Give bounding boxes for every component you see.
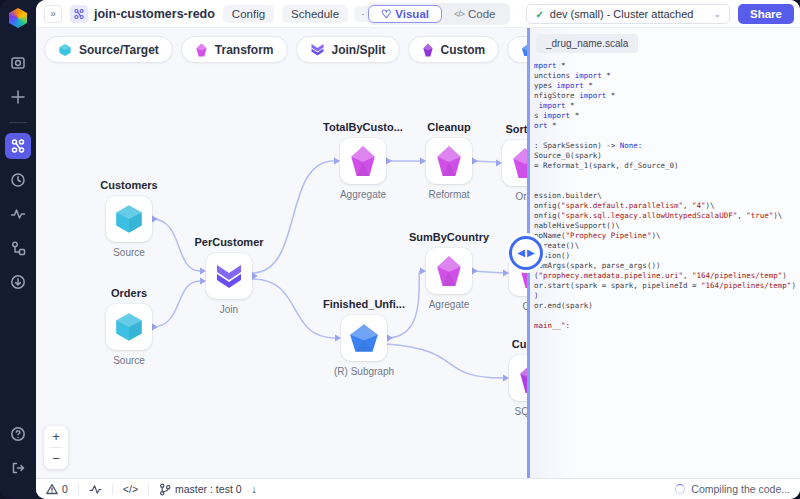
join-split-label: Join/Split xyxy=(332,43,386,57)
code-label: Code xyxy=(468,8,496,20)
compile-status: Compiling the code... xyxy=(675,483,790,495)
transform-label: Transform xyxy=(215,43,274,57)
subgraph-pentagon-icon xyxy=(348,322,380,354)
status-separator xyxy=(78,484,79,495)
git-branch-indicator[interactable]: master : test 0 xyxy=(159,483,242,496)
status-separator xyxy=(112,484,113,495)
hexagon-icon xyxy=(58,43,72,57)
code-lines[interactable]: mport *unctions import *ypes import *nfi… xyxy=(534,61,796,331)
node-type: (R) Subgraph xyxy=(319,366,409,377)
code-file-tab[interactable]: _drug_name.scala xyxy=(536,34,638,53)
custom-label: Custom xyxy=(441,43,486,57)
warnings-indicator[interactable]: 0 xyxy=(46,483,68,495)
pipeline-canvas: Source/Target Transform Join/Split Custo… xyxy=(36,28,800,478)
node-type: Source xyxy=(84,355,174,366)
code-panel: _drug_name.scala mport *unctions import … xyxy=(530,28,800,478)
visual-label: Visual xyxy=(395,8,429,20)
node-totalbycustomer[interactable]: TotalByCusto... Aggregate xyxy=(318,120,408,200)
sidebar-divider xyxy=(9,122,27,123)
node-name: Customers xyxy=(84,178,174,192)
content-area: » join-customers-redo Config Schedule ··… xyxy=(36,0,800,499)
node-customers[interactable]: Customers Source xyxy=(84,178,174,258)
branch-label: master : test 0 xyxy=(175,483,242,495)
zoom-out-button[interactable]: − xyxy=(44,448,68,469)
node-finished-subgraph[interactable]: Finished_Unfi... (R) Subgraph xyxy=(319,297,409,377)
warning-icon xyxy=(46,483,58,495)
prophecy-logo-icon xyxy=(8,8,28,28)
code-toggle[interactable]: </> Code xyxy=(442,5,508,23)
help-icon[interactable] xyxy=(5,421,31,447)
node-name: PerCustomer xyxy=(184,235,274,249)
join-split-button[interactable]: Join/Split xyxy=(296,36,400,63)
zoom-in-button[interactable]: + xyxy=(44,426,68,447)
pulse-icon xyxy=(89,484,102,495)
warning-count: 0 xyxy=(62,483,68,495)
metrics-button[interactable] xyxy=(89,484,102,495)
node-type: Agregate xyxy=(404,299,494,310)
status-separator xyxy=(148,484,149,495)
code-view-button[interactable]: </> xyxy=(123,483,138,495)
aggregate-gem-icon xyxy=(349,145,377,177)
node-type: Join xyxy=(184,304,274,315)
app-window: » join-customers-redo Config Schedule ··… xyxy=(0,0,800,499)
panel-splitter-handle[interactable]: ◀ ▶ xyxy=(509,236,543,270)
schedule-tab[interactable]: Schedule xyxy=(282,5,348,23)
node-name: Finished_Unfi... xyxy=(319,297,409,311)
node-type: Aggregate xyxy=(318,189,408,200)
cluster-attached-check-icon: ✓ xyxy=(535,9,543,20)
source-target-button[interactable]: Source/Target xyxy=(44,36,173,63)
gem-icon xyxy=(195,43,208,57)
source-target-label: Source/Target xyxy=(79,43,159,57)
collapse-sidebar-button[interactable]: » xyxy=(44,5,62,23)
spinner-icon xyxy=(675,484,685,494)
deployments-icon[interactable] xyxy=(5,269,31,295)
node-percustomer[interactable]: PerCustomer Join xyxy=(184,235,274,315)
cluster-select[interactable]: ✓ dev (small) - Cluster attached ⌄ xyxy=(526,4,730,24)
download-arrow-icon: ↓ xyxy=(252,483,257,495)
git-branch-icon xyxy=(159,483,171,496)
share-button[interactable]: Share xyxy=(738,4,794,24)
visual-toggle[interactable]: ♡ Visual xyxy=(368,5,442,23)
source-hexagon-icon xyxy=(113,203,145,235)
source-hexagon-icon xyxy=(113,311,145,343)
splitter-left-arrow-icon: ◀ xyxy=(517,248,525,258)
node-type: Source xyxy=(84,247,174,258)
node-orders[interactable]: Orders Source xyxy=(84,286,174,366)
node-name: TotalByCusto... xyxy=(318,120,408,134)
chevron-double-icon xyxy=(310,43,325,56)
join-chevron-icon xyxy=(214,263,244,289)
compiling-label: Compiling the code... xyxy=(691,483,790,495)
custom-button[interactable]: Custom xyxy=(408,36,500,63)
code-glyph-icon: </> xyxy=(123,483,138,495)
pipeline-title: join-customers-redo xyxy=(94,7,215,21)
left-sidebar xyxy=(0,0,36,499)
chevron-down-icon: ⌄ xyxy=(713,9,721,19)
header: » join-customers-redo Config Schedule ··… xyxy=(36,0,800,28)
node-name: SumByCountry xyxy=(404,230,494,244)
code-icon: </> xyxy=(454,9,464,19)
node-name: Orders xyxy=(84,286,174,300)
logout-icon[interactable] xyxy=(5,455,31,481)
pull-button[interactable]: ↓ xyxy=(252,483,257,495)
transform-button[interactable]: Transform xyxy=(181,36,288,63)
lineage-icon[interactable] xyxy=(5,235,31,261)
pipeline-badge-icon xyxy=(70,5,88,23)
cluster-select-value: dev (small) - Cluster attached xyxy=(550,8,694,20)
splitter-right-arrow-icon: ▶ xyxy=(527,248,535,258)
monitoring-icon[interactable] xyxy=(5,201,31,227)
node-sumbycountry[interactable]: SumByCountry Agregate xyxy=(404,230,494,310)
config-tab[interactable]: Config xyxy=(223,5,274,23)
add-icon[interactable] xyxy=(5,84,31,110)
custom-gem-icon xyxy=(422,43,434,57)
view-toggle: ♡ Visual </> Code xyxy=(366,3,510,25)
reformat-gem-icon xyxy=(435,145,463,177)
history-icon[interactable] xyxy=(5,167,31,193)
zoom-control: + − xyxy=(44,426,68,469)
aggregate-gem-icon xyxy=(435,255,463,287)
status-bar: 0 </> master : test 0 ↓ Compiling the co… xyxy=(36,478,800,499)
visual-icon: ♡ xyxy=(381,7,391,21)
pipelines-icon[interactable] xyxy=(5,133,31,159)
projects-icon[interactable] xyxy=(5,50,31,76)
